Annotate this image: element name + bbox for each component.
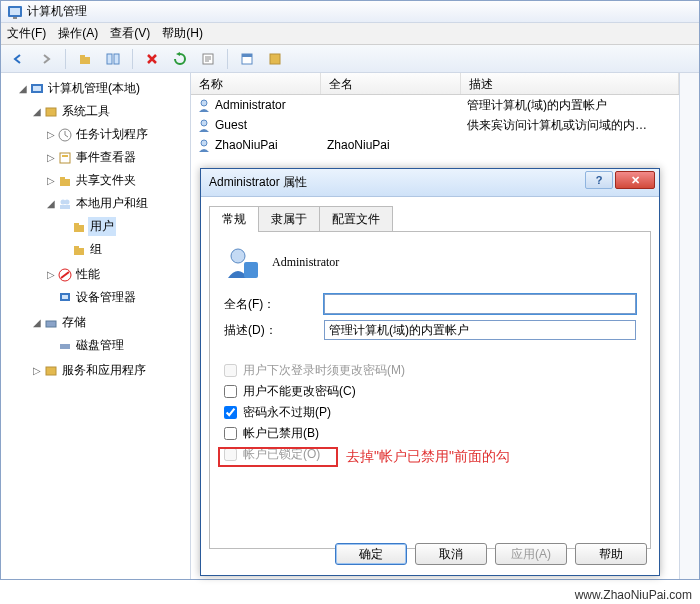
svg-point-32 <box>201 100 207 106</box>
desc-input[interactable] <box>324 320 636 340</box>
svg-rect-1 <box>10 8 20 15</box>
svg-rect-6 <box>114 54 119 64</box>
menu-action[interactable]: 操作(A) <box>58 25 98 42</box>
help-button[interactable]: 帮助 <box>575 543 647 565</box>
ok-button[interactable]: 确定 <box>335 543 407 565</box>
annotation-box <box>218 447 338 467</box>
tab-memberof[interactable]: 隶属于 <box>258 206 320 232</box>
svg-rect-12 <box>33 86 41 91</box>
svg-rect-13 <box>46 108 56 116</box>
user-icon <box>224 244 260 280</box>
toolbar <box>1 45 699 73</box>
svg-rect-9 <box>242 54 252 57</box>
svg-point-35 <box>231 249 245 263</box>
chk-disabled-row[interactable]: 帐户已禁用(B) <box>224 425 636 442</box>
dialog-close-button[interactable]: ✕ <box>615 171 655 189</box>
table-row[interactable]: Guest供来宾访问计算机或访问域的内… <box>191 115 679 135</box>
svg-rect-10 <box>270 54 280 64</box>
menubar: 文件(F) 操作(A) 查看(V) 帮助(H) <box>1 23 699 45</box>
menu-help[interactable]: 帮助(H) <box>162 25 203 42</box>
back-button[interactable] <box>7 48 29 70</box>
table-row[interactable]: ZhaoNiuPaiZhaoNiuPai <box>191 135 679 155</box>
svg-rect-30 <box>60 344 70 349</box>
refresh-button[interactable] <box>169 48 191 70</box>
table-row[interactable]: Administrator管理计算机(域)的内置帐户 <box>191 95 679 115</box>
actions-pane <box>679 73 699 579</box>
tree-shared-folders[interactable]: ▷共享文件夹 <box>45 169 188 192</box>
tree-users[interactable]: 用户 <box>59 215 188 238</box>
svg-point-20 <box>65 199 70 204</box>
svg-rect-4 <box>80 55 85 58</box>
properties-dialog: Administrator 属性 ? ✕ 常规 隶属于 配置文件 Adminis… <box>200 168 660 576</box>
tree-groups[interactable]: 组 <box>59 238 188 261</box>
up-button[interactable] <box>74 48 96 70</box>
tab-profile[interactable]: 配置文件 <box>319 206 393 232</box>
export-button[interactable] <box>197 48 219 70</box>
svg-rect-31 <box>46 367 56 375</box>
watermark: www.ZhaoNiuPai.com <box>575 588 692 602</box>
svg-rect-15 <box>60 153 70 163</box>
apply-button[interactable]: 应用(A) <box>495 543 567 565</box>
tree-local-users[interactable]: ◢本地用户和组 用户 组 <box>45 192 188 263</box>
desc-label: 描述(D)： <box>224 322 324 339</box>
svg-point-33 <box>201 120 207 126</box>
titlebar: 计算机管理 <box>1 1 699 23</box>
annotation-note: 去掉"帐户已禁用"前面的勾 <box>346 448 510 466</box>
username-label: Administrator <box>272 255 339 270</box>
help-button[interactable] <box>264 48 286 70</box>
chk-must-change <box>224 364 237 377</box>
dialog-help-button[interactable]: ? <box>585 171 613 189</box>
app-icon <box>7 4 23 20</box>
dialog-buttons: 确定 取消 应用(A) 帮助 <box>335 543 647 565</box>
svg-rect-36 <box>244 262 258 278</box>
chk-cannot-change-row[interactable]: 用户不能更改密码(C) <box>224 383 636 400</box>
window-title: 计算机管理 <box>27 3 87 20</box>
tree-root[interactable]: ◢ 计算机管理(本地) ◢ 系统工具 ▷任务计划程序 ▷事件查看器 ▷共享文件夹… <box>17 77 188 384</box>
options-button[interactable] <box>102 48 124 70</box>
svg-rect-16 <box>62 155 68 157</box>
svg-rect-2 <box>13 17 17 19</box>
col-desc[interactable]: 描述 <box>461 73 679 94</box>
fullname-label: 全名(F)： <box>224 296 324 313</box>
tree-storage[interactable]: ◢存储 磁盘管理 <box>31 311 188 359</box>
tree-performance[interactable]: ▷性能 <box>45 263 188 286</box>
chk-disabled[interactable] <box>224 427 237 440</box>
svg-rect-3 <box>80 57 90 64</box>
svg-rect-24 <box>74 248 84 255</box>
svg-rect-25 <box>74 246 79 249</box>
tree-services-apps[interactable]: ▷服务和应用程序 <box>31 359 188 382</box>
svg-rect-21 <box>60 205 70 209</box>
tab-body: Administrator 全名(F)： 描述(D)： 用户下次登录时须更改密码… <box>209 231 651 549</box>
svg-rect-17 <box>60 179 70 186</box>
col-name[interactable]: 名称 <box>191 73 321 94</box>
tabs: 常规 隶属于 配置文件 <box>201 197 659 231</box>
tree-pane: ◢ 计算机管理(本地) ◢ 系统工具 ▷任务计划程序 ▷事件查看器 ▷共享文件夹… <box>1 73 191 579</box>
dialog-title: Administrator 属性 <box>209 174 307 191</box>
chk-never-expire-row[interactable]: 密码永不过期(P) <box>224 404 636 421</box>
delete-button[interactable] <box>141 48 163 70</box>
properties-button[interactable] <box>236 48 258 70</box>
svg-rect-28 <box>62 295 68 299</box>
chk-cannot-change[interactable] <box>224 385 237 398</box>
chk-never-expire[interactable] <box>224 406 237 419</box>
svg-rect-23 <box>74 223 79 226</box>
tree-disk-management[interactable]: 磁盘管理 <box>45 334 188 357</box>
menu-file[interactable]: 文件(F) <box>7 25 46 42</box>
tree-task-scheduler[interactable]: ▷任务计划程序 <box>45 123 188 146</box>
svg-point-34 <box>201 140 207 146</box>
forward-button[interactable] <box>35 48 57 70</box>
col-fullname[interactable]: 全名 <box>321 73 461 94</box>
tab-general[interactable]: 常规 <box>209 206 259 232</box>
fullname-input[interactable] <box>324 294 636 314</box>
tree-event-viewer[interactable]: ▷事件查看器 <box>45 146 188 169</box>
list-header: 名称 全名 描述 <box>191 73 679 95</box>
chk-must-change-row: 用户下次登录时须更改密码(M) <box>224 362 636 379</box>
tree-device-manager[interactable]: 设备管理器 <box>45 286 188 309</box>
tree-system-tools[interactable]: ◢ 系统工具 ▷任务计划程序 ▷事件查看器 ▷共享文件夹 ◢本地用户和组 用户 <box>31 100 188 311</box>
svg-rect-5 <box>107 54 112 64</box>
cancel-button[interactable]: 取消 <box>415 543 487 565</box>
svg-rect-29 <box>46 321 56 327</box>
svg-rect-18 <box>60 177 65 180</box>
menu-view[interactable]: 查看(V) <box>110 25 150 42</box>
svg-rect-22 <box>74 225 84 232</box>
